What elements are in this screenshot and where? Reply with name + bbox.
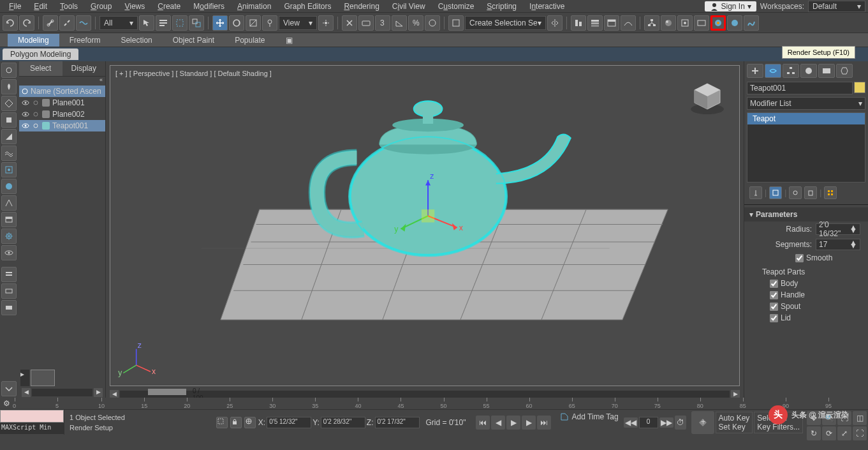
lt-tool-12[interactable] xyxy=(1,245,17,260)
create-tab[interactable] xyxy=(747,64,763,78)
lt-tool-14[interactable] xyxy=(1,283,17,299)
menu-tools[interactable]: Tools xyxy=(54,1,84,12)
vp-zoom[interactable]: 🔍 xyxy=(822,411,836,425)
params-rollout-header[interactable]: ▾ Parameters xyxy=(744,207,868,221)
play-button[interactable]: ▶ xyxy=(506,416,520,430)
lt-tool-11[interactable] xyxy=(1,229,17,244)
redo-button[interactable] xyxy=(19,15,34,31)
smooth-check[interactable] xyxy=(795,254,804,262)
select-rotate-button[interactable] xyxy=(229,15,244,31)
layer-explorer-button[interactable] xyxy=(587,15,603,31)
ribbon-tab-populate[interactable]: Populate xyxy=(224,34,275,47)
lock-button[interactable] xyxy=(230,417,242,428)
rendered-frame-button[interactable] xyxy=(694,15,709,31)
freeze-icon[interactable] xyxy=(32,122,40,130)
render-iterative-button[interactable] xyxy=(727,15,742,31)
menu-rendering[interactable]: Rendering xyxy=(337,1,385,12)
stack-item-teapot[interactable]: Teapot xyxy=(747,113,865,124)
goto-end-button[interactable]: ⏭ xyxy=(537,416,551,430)
select-object-button[interactable] xyxy=(139,15,154,31)
next-frame-button[interactable]: ▶ xyxy=(522,416,536,430)
select-place-button[interactable] xyxy=(262,15,277,31)
viewport-label[interactable]: [ + ] [ Perspective ] [ Standard ] [ Def… xyxy=(115,70,272,77)
spinner-snap-button[interactable] xyxy=(425,15,440,31)
auto-key-button[interactable]: Auto Key xyxy=(719,414,750,423)
anim-range[interactable] xyxy=(0,410,64,423)
utilities-tab[interactable] xyxy=(836,64,853,78)
ref-coord-select[interactable]: View▾ xyxy=(279,16,317,30)
viewcube[interactable] xyxy=(688,79,726,117)
lt-tool-7[interactable] xyxy=(1,162,17,177)
lt-tool-1[interactable] xyxy=(1,63,17,78)
signin-button[interactable]: Sign In▾ xyxy=(705,1,756,11)
eye-icon[interactable] xyxy=(22,122,29,130)
vp-maximize[interactable]: ⛶ xyxy=(853,426,867,440)
scene-tab-select[interactable]: Select xyxy=(19,61,63,76)
lt-tool-16[interactable] xyxy=(1,381,17,396)
body-check[interactable] xyxy=(770,280,778,288)
eye-icon[interactable] xyxy=(22,99,29,107)
viewport[interactable]: [ + ] [ Perspective ] [ Standard ] [ Def… xyxy=(110,65,740,386)
menu-create[interactable]: Create xyxy=(151,1,187,12)
select-manipulate-button[interactable] xyxy=(342,15,357,31)
menu-views[interactable]: Views xyxy=(118,1,151,12)
menu-interactive[interactable]: Interactive xyxy=(523,1,571,12)
curve-editor-button[interactable] xyxy=(621,15,636,31)
set-key-button[interactable]: Set Key xyxy=(719,423,750,431)
ribbon-flyout[interactable]: ▣ xyxy=(276,34,296,47)
link-button[interactable] xyxy=(43,15,58,31)
snap-toggle-button[interactable]: 3 xyxy=(375,15,390,31)
eye-icon[interactable] xyxy=(22,110,29,118)
lt-tool-8[interactable] xyxy=(1,179,17,194)
scene-header[interactable]: Name (Sorted Ascen xyxy=(19,86,105,97)
bind-spacewarp-button[interactable] xyxy=(76,15,91,31)
key-sel[interactable]: Selected xyxy=(757,414,800,423)
ribbon-tab-freeform[interactable]: Freeform xyxy=(59,34,111,47)
select-move-button[interactable] xyxy=(212,15,228,31)
freeze-icon[interactable] xyxy=(32,110,40,118)
lid-check[interactable] xyxy=(770,314,778,322)
workspace-select[interactable]: Default▾ xyxy=(808,1,865,12)
select-scale-button[interactable] xyxy=(246,15,261,31)
modify-tab[interactable] xyxy=(765,64,781,78)
lt-tool-5[interactable] xyxy=(1,129,17,144)
vp-roll[interactable]: ⟳ xyxy=(822,426,836,440)
lt-tool-9[interactable] xyxy=(1,195,17,211)
pin-stack-button[interactable] xyxy=(749,186,762,199)
isolate-button[interactable] xyxy=(216,417,228,428)
freeze-icon[interactable] xyxy=(32,99,40,107)
vp-walk[interactable]: ⤢ xyxy=(837,426,851,440)
scene-item-plane002[interactable]: Plane002 xyxy=(19,109,105,120)
display-tab[interactable] xyxy=(818,64,835,78)
lt-tool-2[interactable] xyxy=(1,79,17,94)
menu-file[interactable]: File xyxy=(3,1,27,12)
y-input[interactable]: 0'2 28/32" xyxy=(321,417,365,428)
lt-tool-10[interactable] xyxy=(1,212,17,227)
motion-tab[interactable] xyxy=(800,64,817,78)
menu-modifiers[interactable]: Modifiers xyxy=(187,1,231,12)
keyboard-shortcut-button[interactable] xyxy=(358,15,374,31)
key-back[interactable]: ◀◀ xyxy=(624,417,638,428)
modifier-list-select[interactable]: Modifier List▾ xyxy=(747,97,865,110)
hierarchy-tab[interactable] xyxy=(783,64,799,78)
unlink-button[interactable] xyxy=(59,15,75,31)
add-time-tag[interactable]: Add Time Tag xyxy=(571,412,618,421)
vp-fov[interactable]: ◫ xyxy=(853,411,867,425)
toggle-ribbon-button[interactable] xyxy=(604,15,619,31)
handle-check[interactable] xyxy=(770,291,778,299)
object-name-input[interactable]: Teapot001 xyxy=(747,82,853,94)
render-production-button[interactable] xyxy=(710,15,726,31)
menu-scripting[interactable]: Scripting xyxy=(480,1,523,12)
configure-sets-button[interactable] xyxy=(824,186,837,199)
menu-civilview[interactable]: Civil View xyxy=(386,1,432,12)
select-by-name-button[interactable] xyxy=(156,15,171,31)
named-selection-select[interactable]: Create Selection Se▾ xyxy=(465,16,546,30)
object-color-swatch[interactable] xyxy=(854,82,865,93)
timeline-ruler[interactable]: 0510152025303540455055606570758085909510… xyxy=(13,398,868,409)
maxscript-listener[interactable]: MAXScript Min xyxy=(0,423,64,434)
selection-filter-select[interactable]: All▾ xyxy=(99,16,138,30)
window-crossing-button[interactable] xyxy=(189,15,204,31)
menu-edit[interactable]: Edit xyxy=(27,1,54,12)
ribbon-tab-objectpaint[interactable]: Object Paint xyxy=(163,34,224,47)
scene-item-plane001[interactable]: Plane001 xyxy=(19,97,105,109)
